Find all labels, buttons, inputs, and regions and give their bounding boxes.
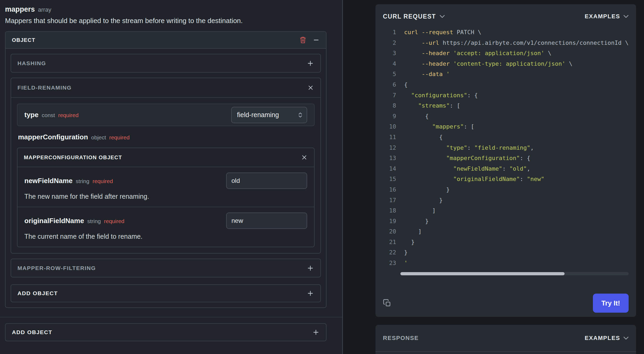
line-number: 7 [383,90,396,101]
copy-icon [383,299,391,307]
code-line: 2 --url https://api.airbyte.com/v1/conne… [383,38,629,48]
horizontal-scrollbar-thumb[interactable] [400,272,565,275]
code-text: } [404,184,450,195]
line-number: 14 [383,163,396,174]
add-object-row-inner[interactable]: ADD OBJECT [11,284,321,302]
section-mapper-row-filtering[interactable]: MAPPER-ROW-FILTERING [11,259,321,277]
line-number: 16 [383,184,396,195]
section-field-renaming: FIELD-RENAMING type const required field [11,78,321,254]
line-number: 11 [383,132,396,143]
code-text: } [404,247,408,258]
line-number: 15 [383,174,396,184]
mapper-configuration-panel-header: MAPPERCONFIGURATION OBJECT [17,148,314,167]
close-mapper-configuration-button[interactable] [301,154,308,161]
code-line: 3 --header 'accept: application/json' \ [383,48,629,59]
originalFieldName-input[interactable] [226,213,307,229]
code-text: --header 'content-type: application/json… [404,59,573,69]
stepper-icon [298,111,303,119]
plus-icon [312,329,320,336]
line-number: 6 [383,79,396,90]
line-number: 1 [383,27,396,38]
line-number: 17 [383,195,396,206]
line-number: 20 [383,226,396,237]
try-it-button[interactable]: Try It! [593,294,629,313]
object-field-newFieldName: newFieldNamestringrequiredThe new name f… [17,167,314,207]
code-text: "configurations": { [404,90,478,101]
code-text: ' [404,258,408,268]
code-line: 7 "configurations": { [383,90,629,101]
curl-examples-label: EXAMPLES [585,13,620,20]
line-number: 5 [383,69,396,79]
section-hashing[interactable]: HASHING [11,54,321,73]
code-line: 17 } [383,195,629,206]
response-examples-label: EXAMPLES [585,335,620,342]
add-object-label: ADD OBJECT [17,290,58,297]
code-line: 12 "type": "field-renaming", [383,143,629,153]
newFieldName-input[interactable] [226,172,307,189]
delete-object-button[interactable] [299,36,306,44]
close-icon [307,84,314,91]
hashing-label: HASHING [17,60,46,67]
code-line: 6{ [383,79,629,90]
mapper-configuration-panel-title: MAPPERCONFIGURATION OBJECT [24,154,122,161]
response-card: RESPONSE EXAMPLES [375,325,636,354]
code-line: 21 } [383,237,629,247]
add-object-button-inner[interactable] [307,290,314,297]
code-text: "streams": [ [404,100,460,111]
horizontal-divider [0,317,342,317]
type-field-kind: const [42,112,55,118]
mapper-configuration-panel: MAPPERCONFIGURATION OBJECT newFieldNames… [17,148,315,247]
copy-code-button[interactable] [383,299,391,307]
mapper-configuration-required-badge: required [109,134,129,141]
mapper-configuration-labels: mapperConfiguration object required [18,133,314,141]
object-panel-title: OBJECT [12,37,35,43]
field-renaming-body: type const required field-renaming mappe… [11,98,320,253]
line-number: 13 [383,153,396,163]
trash-icon [299,36,306,44]
mapper-configuration-name: mapperConfiguration [18,133,88,141]
line-number: 10 [383,121,396,132]
code-text: --data ' [404,69,450,79]
line-number: 9 [383,111,396,122]
mapper-row-filtering-label: MAPPER-ROW-FILTERING [17,265,96,271]
code-line: 9 { [383,111,629,122]
field-description: The current name of the field to rename. [24,233,307,240]
type-select[interactable]: field-renaming [231,107,307,123]
close-icon [301,154,308,161]
curl-examples-dropdown[interactable]: EXAMPLES [585,13,629,20]
close-field-renaming-button[interactable] [307,84,314,91]
response-body [375,352,636,354]
code-line: 20 ] [383,226,629,237]
type-field-row: type const required field-renaming [17,104,315,126]
code-line: 4 --header 'content-type: application/js… [383,59,629,69]
code-text: ] [404,205,436,216]
code-line: 5 --data ' [383,69,629,79]
collapse-object-button[interactable] [313,37,320,43]
response-examples-dropdown[interactable]: EXAMPLES [585,335,629,342]
line-number: 22 [383,247,396,258]
mcfg-fields: newFieldNamestringrequiredThe new name f… [17,167,314,247]
code-line: 23' [383,258,629,268]
plus-icon [307,60,314,67]
code-line: 10 "mappers": [ [383,121,629,132]
line-number: 8 [383,100,396,111]
object-field-originalFieldName: originalFieldNamestringrequiredThe curre… [17,207,314,247]
code-line: 14 "newFieldName": "old", [383,163,629,174]
curl-request-dropdown[interactable]: CURL REQUEST [383,13,445,20]
type-select-value: field-renaming [237,111,279,119]
line-number: 3 [383,48,396,59]
add-object-row-bottom[interactable]: ADD OBJECT [5,323,327,341]
expand-hashing-button[interactable] [307,60,314,67]
line-number: 4 [383,59,396,69]
type-field-required-badge: required [58,112,79,118]
curl-request-title: CURL REQUEST [383,13,436,20]
code-text: } [404,216,429,227]
line-number: 21 [383,237,396,247]
code-line: 11 { [383,132,629,143]
response-title: RESPONSE [383,335,419,342]
curl-request-card: CURL REQUEST EXAMPLES 1curl --request PA… [375,4,636,317]
field-renaming-header: FIELD-RENAMING [11,78,320,98]
expand-mapper-row-filtering-button[interactable] [307,264,314,272]
code-line: 18 ] [383,205,629,216]
add-object-button-bottom[interactable] [312,329,320,336]
